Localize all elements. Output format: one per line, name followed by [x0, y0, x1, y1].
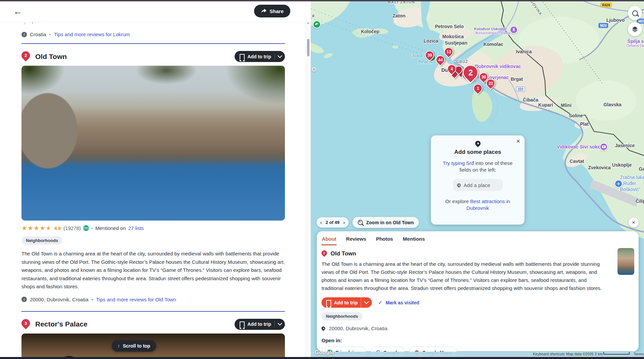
chevron-down-icon[interactable]: [278, 53, 282, 58]
lokrum-country: Croatia: [30, 32, 46, 37]
next-place-button[interactable]: ›: [343, 220, 345, 225]
map-label: Sustjepan: [445, 40, 467, 46]
open-in-label: Open in:: [321, 338, 634, 343]
share-button[interactable]: Share: [254, 5, 290, 17]
back-button[interactable]: ←: [13, 5, 22, 17]
left-panel-header: ← Share: [0, 1, 311, 22]
map-container[interactable]: MALI ZATONdZatonPetrovo SeloKoločepMokoš…: [311, 0, 644, 359]
mark-as-visited-button[interactable]: ✓ Mark as visited: [378, 299, 419, 306]
tab-photos[interactable]: Photos: [376, 235, 393, 245]
panel-close-button[interactable]: ×: [629, 218, 639, 228]
pagination-label: 2 of 49: [326, 220, 339, 225]
detail-tabs: About Reviews Photos Mentions: [321, 235, 634, 245]
map-label: Zračna luka: [620, 175, 644, 180]
map-label: Čibača: [523, 97, 538, 103]
zoom-in-icon: [358, 220, 363, 225]
try-typing-link[interactable]: Try typing Srđ: [443, 160, 474, 166]
location-pin-icon: [474, 140, 482, 147]
best-attractions-link[interactable]: Best attractions in Dubrovnik: [466, 198, 510, 211]
old-town-photo[interactable]: [21, 66, 285, 221]
map-label: Jasenice: [615, 143, 635, 148]
map-poi-plane-icon[interactable]: ✈: [614, 180, 623, 188]
map-label: „Ruđer: [622, 181, 636, 186]
place-number-pin: 3: [20, 317, 32, 329]
review-count: (19278): [63, 225, 81, 231]
location-pin-icon: [321, 326, 326, 331]
map-label: Cavtat: [570, 159, 584, 164]
map-marker-39[interactable]: 39: [425, 51, 434, 60]
map-poi-tower-icon[interactable]: ♜: [510, 26, 518, 34]
place-pagination: ‹ 2 of 49 ›: [316, 217, 349, 228]
detail-place-row: 2 Old Town: [321, 250, 634, 257]
prev-place-button[interactable]: ‹: [320, 220, 322, 225]
map-label: Dubrovnik vidikovac: [475, 64, 521, 69]
map-marker-1[interactable]: 1: [474, 84, 483, 93]
map-label: Čilipi: [636, 198, 644, 204]
left-panel-scrollbar[interactable]: ▲: [305, 19, 311, 359]
map-label: Ljubovo: [606, 17, 625, 23]
map-label: Ivanica: [516, 49, 532, 54]
map-label: Zvekovica: [588, 165, 611, 170]
star-rating-icons: ★★★★★: [21, 225, 52, 231]
chevron-down-icon[interactable]: [278, 321, 282, 325]
check-icon: ✓: [378, 299, 383, 306]
google-logo: Google: [315, 350, 334, 356]
lists-link[interactable]: 27 lists: [128, 225, 144, 231]
place-number-pin: 2: [20, 50, 32, 61]
map-data-label: Map data ©2026: [566, 352, 594, 356]
popup-close-button[interactable]: ×: [516, 137, 520, 145]
place-thumbnail[interactable]: [617, 248, 634, 275]
map-poi-dot-icon[interactable]: [312, 67, 316, 72]
detail-address-row: 20000, Dubrovnik, Croatia: [321, 325, 634, 331]
map-poi-beach-icon[interactable]: ☂: [313, 20, 321, 28]
map-label: Zaton: [393, 13, 405, 18]
keyboard-shortcuts-link[interactable]: Keyboard shortcuts: [533, 352, 565, 356]
map-marker-4[interactable]: 4: [447, 64, 456, 73]
map-label: 223: [516, 87, 525, 92]
place-detail-panel: About Reviews Photos Mentions 2 Old Town…: [317, 231, 639, 351]
layers-icon: [632, 26, 638, 33]
section-divider: [21, 311, 285, 312]
detail-description: The Old Town is a charming area at the h…: [321, 260, 609, 292]
tab-reviews[interactable]: Reviews: [346, 235, 366, 245]
chevron-down-icon[interactable]: [361, 297, 372, 308]
map-label: M20: [598, 23, 608, 28]
map-marker-44[interactable]: 44: [436, 55, 445, 64]
bookmark-icon: [326, 300, 331, 305]
dot-separator: •: [49, 32, 51, 37]
map-label: Kolodvor Uskoplje: [474, 27, 506, 31]
up-arrow-icon: ↑: [117, 343, 120, 349]
map-marker-13[interactable]: 13: [444, 47, 453, 56]
map-label: GOVINA: [530, 0, 543, 16]
map-label: Kupari: [538, 102, 553, 108]
map-poi-camera-icon[interactable]: [600, 143, 608, 151]
lokrum-tips-link[interactable]: Tips and more reviews for Lokrum: [54, 32, 130, 37]
map-layers-button[interactable]: [628, 22, 642, 36]
tab-about[interactable]: About: [321, 235, 337, 245]
add-place-input[interactable]: Add a place: [453, 179, 503, 191]
map-attribution-bar: Keyboard shortcuts Map data ©2026 2 km T…: [311, 352, 644, 357]
zoom-on-place-button[interactable]: Zoom in on Old Town: [352, 217, 419, 228]
add-to-trip-button[interactable]: Add to trip: [235, 319, 285, 330]
detail-actions-row: Add to trip ✓ Mark as visited: [321, 297, 634, 308]
terms-link[interactable]: Terms: [634, 352, 644, 356]
bookmark-icon: [240, 54, 245, 59]
old-town-tips-link[interactable]: Tips and more reviews for Old Town: [96, 297, 176, 302]
map-label: Bošković“: [620, 187, 641, 192]
scrollbar-thumb[interactable]: [307, 39, 309, 56]
tab-mentions[interactable]: Mentions: [402, 235, 425, 245]
map-label: Gab: [639, 166, 644, 172]
add-to-trip-button[interactable]: Add to trip: [235, 51, 285, 62]
category-tag: Neighborhoods: [321, 312, 362, 320]
place-description: The Old Town is a charming area at the h…: [21, 250, 285, 291]
map-marker-2[interactable]: 2: [463, 65, 479, 80]
share-label: Share: [269, 8, 284, 14]
window-bottom-edge: [0, 357, 644, 359]
map-marker-22[interactable]: 22: [486, 79, 495, 88]
add-to-trip-button[interactable]: Add to trip: [321, 297, 372, 308]
old-town-meta-row: i 20000, Dubrovnik, Croatia • Tips and m…: [21, 297, 285, 302]
rating-value: 4.6: [54, 225, 61, 231]
popup-explore: Or explore Best attractions in Dubrovnik: [441, 198, 514, 212]
scroll-to-top-button[interactable]: ↑ Scroll to top: [112, 340, 156, 352]
map-search-button[interactable]: [628, 6, 642, 20]
